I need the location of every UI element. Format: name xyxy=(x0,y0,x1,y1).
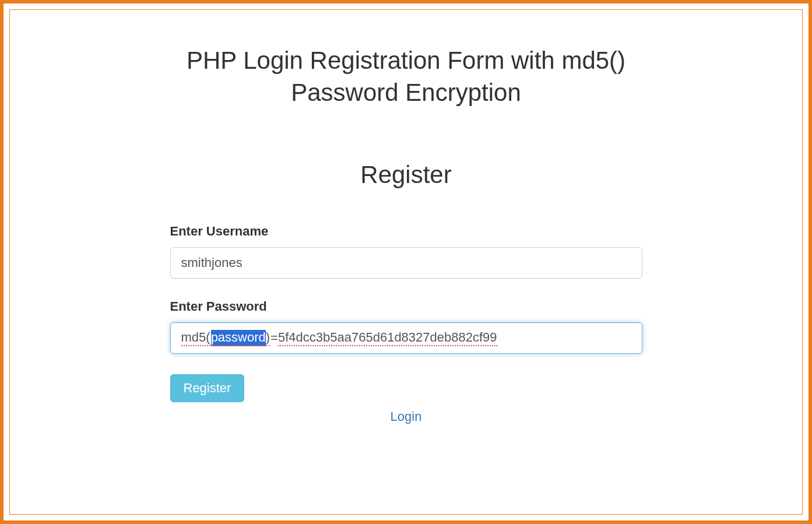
password-group: Enter Password md5(password) = 5f4dcc3b5… xyxy=(170,299,642,354)
password-prefix: md5( xyxy=(181,330,210,346)
password-hash: 5f4dcc3b5aa765d61d8327deb882cf99 xyxy=(278,330,497,346)
content-container: PHP Login Registration Form with md5() P… xyxy=(170,45,642,424)
password-equals: = xyxy=(270,330,278,346)
password-selected-text: password xyxy=(211,330,266,346)
button-row: Register xyxy=(170,374,642,402)
username-label: Enter Username xyxy=(170,224,642,239)
username-group: Enter Username xyxy=(170,224,642,279)
login-link[interactable]: Login xyxy=(391,409,422,424)
password-input[interactable]: md5(password) = 5f4dcc3b5aa765d61d8327de… xyxy=(170,322,642,354)
login-link-row: Login xyxy=(170,409,642,424)
register-button[interactable]: Register xyxy=(170,374,245,402)
section-title: Register xyxy=(170,161,642,189)
username-input[interactable] xyxy=(170,247,642,279)
password-close-paren: ) xyxy=(266,330,270,346)
outer-border: PHP Login Registration Form with md5() P… xyxy=(0,0,812,524)
page-title: PHP Login Registration Form with md5() P… xyxy=(170,45,642,108)
password-label: Enter Password xyxy=(170,299,642,314)
inner-border: PHP Login Registration Form with md5() P… xyxy=(9,9,803,515)
